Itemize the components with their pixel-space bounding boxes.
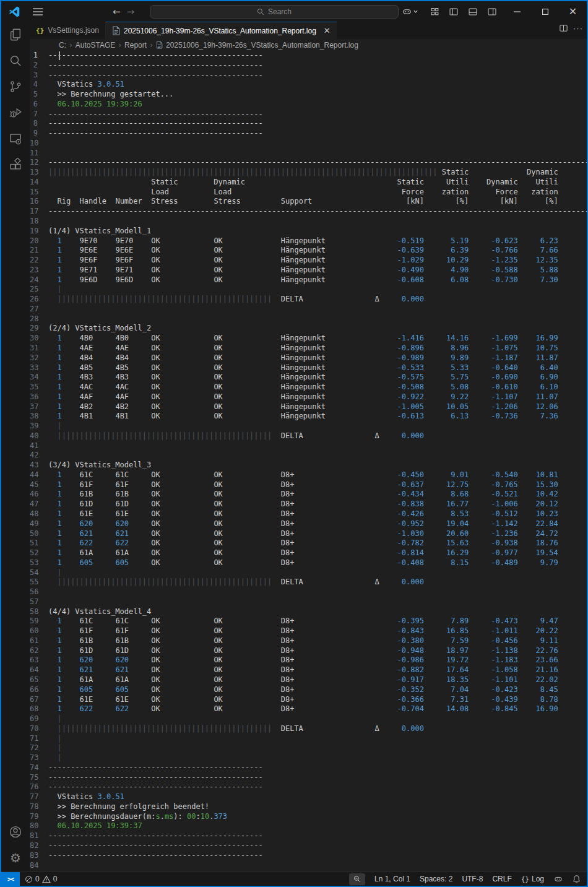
- code-line[interactable]: 67 1 61E 61E OK OK D8+ -0.366 7.31 -0.43…: [30, 695, 587, 705]
- zoom-status-button[interactable]: [349, 873, 365, 885]
- code-line[interactable]: 12--------------------------------------…: [30, 158, 587, 168]
- code-line[interactable]: 44 1 61C 61C OK OK D8+ -0.450 9.01 -0.54…: [30, 470, 587, 480]
- source-control-icon[interactable]: [1, 74, 30, 100]
- minimize-icon[interactable]: [503, 1, 531, 22]
- code-line[interactable]: 7---------------------------------------…: [30, 110, 587, 119]
- code-line[interactable]: 13||||||||||||||||||||||||||||||||||||||…: [30, 168, 587, 178]
- code-line[interactable]: 25 |: [30, 285, 587, 295]
- code-line[interactable]: 80 06.10.2025 19:39:37: [30, 821, 587, 831]
- code-line[interactable]: 2---------------------------------------…: [30, 61, 587, 71]
- encoding[interactable]: UTF-8: [462, 875, 483, 883]
- code-line[interactable]: 20 1 9E70 9E70 OK OK Hängepunkt -0.519 5…: [30, 236, 587, 246]
- code-line[interactable]: 78 >> Berechnung erfolgreich beendet!: [30, 802, 587, 812]
- code-line[interactable]: 6 06.10.2025 19:39:26: [30, 100, 587, 110]
- code-line[interactable]: 27: [30, 305, 587, 314]
- code-line[interactable]: 50 1 621 621 OK OK D8+ -1.030 20.60 -1.2…: [30, 529, 587, 539]
- code-line[interactable]: 60 1 61F 61F OK OK D8+ -0.843 16.85 -1.0…: [30, 626, 587, 636]
- tab-close-icon[interactable]: ✕: [324, 26, 331, 35]
- code-line[interactable]: 1---------------------------------------…: [30, 51, 587, 61]
- code-line[interactable]: 11: [30, 149, 587, 158]
- code-line[interactable]: 9---------------------------------------…: [30, 129, 587, 139]
- code-line[interactable]: 47 1 61D 61D OK OK D8+ -0.838 16.77 -1.0…: [30, 500, 587, 509]
- forward-arrow-icon[interactable]: →: [127, 6, 135, 17]
- code-line[interactable]: 43(3/4) VStatics_Modell_3: [30, 461, 587, 470]
- code-line[interactable]: 63 1 620 620 OK OK D8+ -0.986 19.72 -1.1…: [30, 656, 587, 665]
- code-line[interactable]: 19(1/4) VStatics_Modell_1: [30, 227, 587, 236]
- code-line[interactable]: 53 1 605 605 OK OK D8+ -0.408 8.15 -0.48…: [30, 558, 587, 568]
- code-line[interactable]: 23 1 9E71 9E71 OK OK Hängepunkt -0.490 4…: [30, 266, 587, 275]
- code-line[interactable]: 81--------------------------------------…: [30, 831, 587, 841]
- tab-report-log[interactable]: 20251006_19h-39m-26s_VStatics_Automation…: [106, 22, 337, 39]
- code-line[interactable]: 52 1 61A 61A OK OK D8+ -0.814 16.29 -0.9…: [30, 548, 587, 558]
- code-line[interactable]: 21 1 9E6E 9E6E OK OK Hängepunkt -0.639 6…: [30, 246, 587, 256]
- code-line[interactable]: 71 |: [30, 734, 587, 744]
- code-line[interactable]: 84: [30, 861, 587, 871]
- breadcrumb-item-report[interactable]: Report: [124, 41, 147, 50]
- code-line[interactable]: 74--------------------------------------…: [30, 763, 587, 773]
- code-line[interactable]: 16 Rig Handle Number Stress Stress Suppo…: [30, 197, 587, 207]
- copilot-status-icon[interactable]: [553, 875, 563, 883]
- settings-gear-icon[interactable]: ⚙: [1, 845, 30, 871]
- code-line[interactable]: 46 1 61B 61B OK OK D8+ -0.434 8.68 -0.52…: [30, 490, 587, 500]
- code-line[interactable]: 55 |||||||||||||||||||||||||||||||||||||…: [30, 578, 587, 587]
- problems-warnings[interactable]: 0: [42, 875, 58, 883]
- code-line[interactable]: 73 |: [30, 753, 587, 763]
- code-line[interactable]: 10: [30, 139, 587, 149]
- code-line[interactable]: 29(2/4) VStatics_Modell_2: [30, 324, 587, 334]
- code-line[interactable]: 49 1 620 620 OK OK D8+ -0.952 19.04 -1.1…: [30, 519, 587, 529]
- toggle-sidebar-right-icon[interactable]: [485, 5, 499, 19]
- toggle-sidebar-left-icon[interactable]: [447, 5, 460, 19]
- code-line[interactable]: 64 1 621 621 OK OK D8+ -0.882 17.64 -1.0…: [30, 665, 587, 675]
- toggle-panel-icon[interactable]: [466, 5, 480, 19]
- code-line[interactable]: 41: [30, 441, 587, 451]
- code-line[interactable]: 45 1 61F 61F OK OK D8+ -0.637 12.75 -0.7…: [30, 480, 587, 490]
- code-line[interactable]: 59 1 61C 61C OK OK D8+ -0.395 7.89 -0.47…: [30, 617, 587, 626]
- code-line[interactable]: 28: [30, 314, 587, 324]
- eol-sequence[interactable]: CRLF: [492, 875, 511, 883]
- close-icon[interactable]: ✕: [559, 1, 587, 22]
- code-line[interactable]: 22 1 9E6F 9E6F OK OK Hängepunkt -1.029 1…: [30, 256, 587, 266]
- code-line[interactable]: 51 1 622 622 OK OK D8+ -0.782 15.63 -0.9…: [30, 539, 587, 548]
- code-line[interactable]: 18: [30, 217, 587, 227]
- breadcrumb-item-drive[interactable]: C:: [59, 41, 66, 50]
- code-line[interactable]: 69 |: [30, 714, 587, 724]
- code-line[interactable]: 68 1 622 622 OK OK D8+ -0.704 14.08 -0.8…: [30, 704, 587, 714]
- indentation[interactable]: Spaces: 2: [420, 875, 452, 883]
- code-line[interactable]: 66 1 605 605 OK OK D8+ -0.352 7.04 -0.42…: [30, 685, 587, 695]
- code-line[interactable]: 58(4/4) Vstatics_Modell_4: [30, 607, 587, 617]
- code-line[interactable]: 32 1 4B4 4B4 OK OK Hängepunkt -0.989 9.8…: [30, 353, 587, 363]
- code-line[interactable]: 8---------------------------------------…: [30, 119, 587, 129]
- code-line[interactable]: 15 Load Load Force zation Force zation: [30, 188, 587, 197]
- problems-errors[interactable]: 0: [25, 875, 40, 883]
- code-line[interactable]: 3---------------------------------------…: [30, 71, 587, 80]
- code-line[interactable]: 33 1 4B5 4B5 OK OK Hängepunkt -0.533 5.3…: [30, 363, 587, 373]
- code-line[interactable]: 26 |||||||||||||||||||||||||||||||||||||…: [30, 295, 587, 305]
- back-arrow-icon[interactable]: ←: [113, 6, 121, 17]
- code-line[interactable]: 5 >> Berechnung gestartet...: [30, 90, 587, 100]
- code-line[interactable]: 14 Static Dynamic Static Utili Dynamic U…: [30, 178, 587, 188]
- editor-pane[interactable]: 1---------------------------------------…: [30, 51, 587, 873]
- code-line[interactable]: 35 1 4AC 4AC OK OK Hängepunkt -0.508 5.0…: [30, 383, 587, 392]
- code-line[interactable]: 40 |||||||||||||||||||||||||||||||||||||…: [30, 431, 587, 441]
- code-line[interactable]: 36 1 4AF 4AF OK OK Hängepunkt -0.922 9.2…: [30, 392, 587, 402]
- cursor-position[interactable]: Ln 1, Col 1: [374, 875, 410, 883]
- customize-layout-icon[interactable]: [428, 5, 441, 19]
- notifications-bell-icon[interactable]: [573, 875, 581, 883]
- maximize-icon[interactable]: [531, 1, 559, 22]
- code-line[interactable]: 42: [30, 451, 587, 461]
- code-line[interactable]: 62 1 61D 61D OK OK D8+ -0.948 18.97 -1.1…: [30, 646, 587, 656]
- code-line[interactable]: 4 VStatics 3.0.51: [30, 80, 587, 90]
- search-sidebar-icon[interactable]: [1, 48, 30, 74]
- search-input[interactable]: Search: [150, 5, 399, 19]
- code-line[interactable]: 83--------------------------------------…: [30, 851, 587, 861]
- code-line[interactable]: 24 1 9E6D 9E6D OK OK Hängepunkt -0.608 6…: [30, 275, 587, 285]
- code-line[interactable]: 77 VStatics 3.0.51: [30, 792, 587, 802]
- language-mode[interactable]: {} Log: [521, 875, 544, 883]
- code-line[interactable]: 37 1 4B2 4B2 OK OK Hängepunkt -1.005 10.…: [30, 402, 587, 412]
- more-actions-icon[interactable]: ···: [573, 24, 583, 33]
- code-line[interactable]: 57: [30, 597, 587, 607]
- run-debug-icon[interactable]: [1, 100, 30, 126]
- code-line[interactable]: 17--------------------------------------…: [30, 207, 587, 217]
- code-line[interactable]: 75--------------------------------------…: [30, 773, 587, 783]
- tab-vssettings[interactable]: {} VsSettings.json: [30, 22, 106, 39]
